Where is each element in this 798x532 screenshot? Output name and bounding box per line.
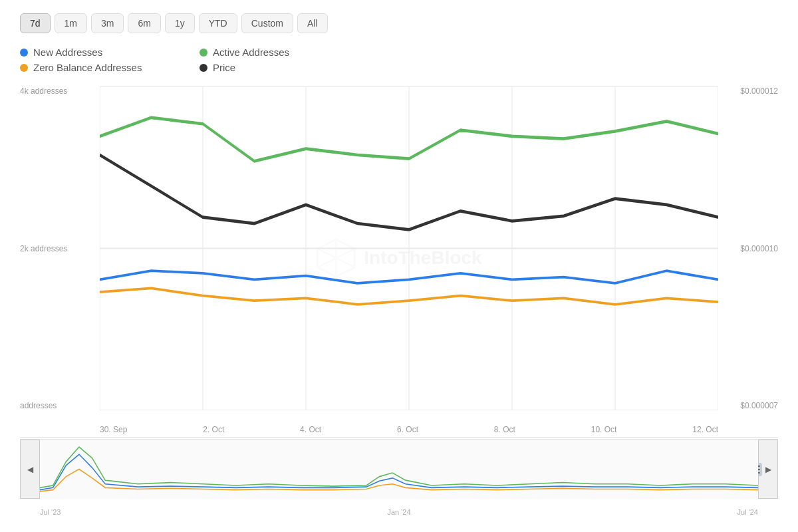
main-container: 7d1m3m6m1yYTDCustomAll New Addresses Act… [0,0,798,532]
mini-x-label-2: Jul '24 [737,508,758,516]
y-right-mid: $0.000010 [740,244,778,253]
legend-item-active-addresses[interactable]: Active Addresses [200,47,352,58]
main-chart: IntoTheBlock 4k addresses 2k addresses a… [20,86,778,438]
legend-dot-zero-balance [20,64,28,72]
y-label-top: 4k addresses [20,86,100,96]
mini-x-axis: Jul '23Jan '24Jul '24 [40,499,758,519]
time-filter-1y[interactable]: 1y [165,13,195,33]
time-filter-7d[interactable]: 7d [20,13,51,33]
y-label-mid: 2k addresses [20,244,100,253]
legend-label-zero-balance: Zero Balance Addresses [33,62,142,73]
y-right-top: $0.000012 [740,86,778,96]
x-label-0: 30. Sep [100,425,127,434]
mini-chart-container: ◀ ▶ [20,439,778,519]
x-axis: 30. Sep2. Oct4. Oct6. Oct8. Oct10. Oct12… [100,410,718,437]
y-right-bot: $0.000007 [740,401,778,410]
chart-svg-wrapper [100,86,718,410]
x-label-4: 8. Oct [494,425,515,434]
chart-legend: New Addresses Active Addresses Zero Bala… [20,47,352,73]
legend-label-price: Price [213,62,235,73]
time-filter-custom[interactable]: Custom [241,13,293,33]
x-label-2: 4. Oct [300,425,321,434]
time-filter-1m[interactable]: 1m [55,13,87,33]
y-axis-left: 4k addresses 2k addresses addresses [20,86,100,410]
legend-item-new-addresses[interactable]: New Addresses [20,47,173,58]
mini-x-label-1: Jan '24 [387,508,410,516]
legend-dot-new-addresses [20,49,28,57]
legend-label-active-addresses: Active Addresses [213,47,289,58]
chart-svg [100,86,718,410]
legend-dot-price [200,64,207,72]
x-label-1: 2. Oct [203,425,224,434]
time-filter-3m[interactable]: 3m [91,13,124,33]
y-axis-right: $0.000012 $0.000010 $0.000007 [718,86,778,410]
time-filter-ytd[interactable]: YTD [199,13,237,33]
x-label-3: 6. Oct [397,425,418,434]
mini-x-label-0: Jul '23 [40,508,61,516]
nav-left-button[interactable]: ◀ [20,440,40,499]
time-filter-bar: 7d1m3m6m1yYTDCustomAll [20,13,778,33]
nav-right-button[interactable]: ▶ [758,440,778,499]
x-label-6: 12. Oct [692,425,718,434]
x-label-5: 10. Oct [591,425,617,434]
time-filter-all[interactable]: All [297,13,328,33]
legend-item-zero-balance[interactable]: Zero Balance Addresses [20,62,173,73]
mini-chart-svg [40,440,758,499]
y-label-bot: addresses [20,401,100,410]
time-filter-6m[interactable]: 6m [128,13,160,33]
legend-dot-active-addresses [200,49,207,57]
chart-area: IntoTheBlock 4k addresses 2k addresses a… [20,86,778,519]
legend-item-price[interactable]: Price [200,62,352,73]
legend-label-new-addresses: New Addresses [33,47,102,58]
